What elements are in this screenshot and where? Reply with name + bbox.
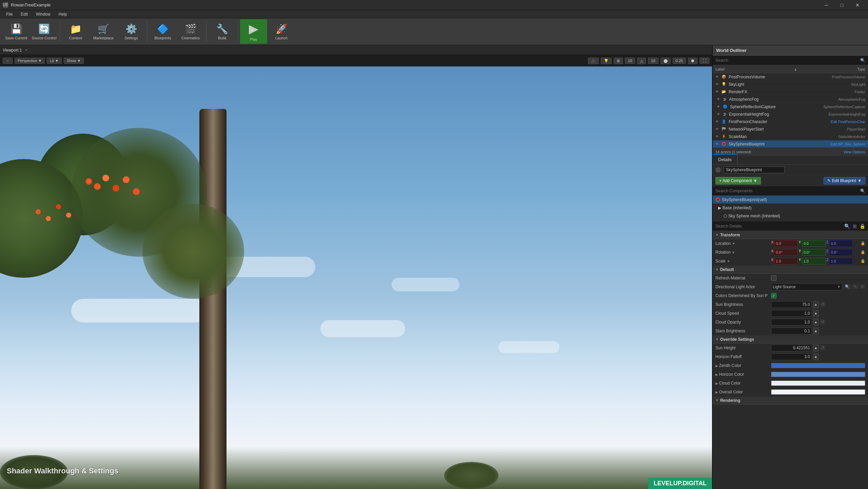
outliner-row-renderfx[interactable]: 👁 📂 RenderFX Folder bbox=[713, 88, 868, 96]
view-options-btn[interactable]: View Options bbox=[843, 150, 865, 154]
stars-brightness-up[interactable]: ▲ bbox=[813, 328, 818, 334]
settings-button[interactable]: ⚙️ Settings bbox=[118, 19, 145, 44]
sun-brightness-reset[interactable]: ↺ bbox=[820, 302, 826, 307]
directional-light-edit-btn[interactable]: ✎ bbox=[852, 284, 858, 289]
visibility-icon[interactable]: 👁 bbox=[715, 142, 719, 146]
location-lock-icon[interactable]: 🔒 bbox=[861, 241, 865, 246]
vp-light-btn[interactable]: 💡 bbox=[601, 58, 612, 64]
scale-x-input[interactable] bbox=[774, 258, 798, 265]
sun-brightness-input[interactable] bbox=[771, 301, 812, 308]
sun-brightness-up[interactable]: ▲ bbox=[813, 301, 818, 308]
horizon-color-bar[interactable] bbox=[771, 372, 865, 377]
zenith-color-bar[interactable] bbox=[771, 363, 865, 368]
grid-view-icon[interactable]: ⊞ bbox=[853, 223, 857, 229]
vp-vr-btn[interactable]: ⬣ bbox=[688, 58, 697, 64]
marketplace-button[interactable]: 🛒 Marketplace bbox=[90, 19, 117, 44]
colors-sun-checkbox[interactable]: ✓ bbox=[771, 293, 776, 298]
vp-num1-btn[interactable]: 10 bbox=[625, 58, 635, 64]
add-component-button[interactable]: + Add Component ▼ bbox=[715, 177, 761, 184]
sun-height-input[interactable] bbox=[771, 345, 812, 351]
sun-height-reset[interactable]: ↺ bbox=[820, 345, 826, 350]
details-tab[interactable]: Details bbox=[713, 154, 737, 164]
cloud-color-bar[interactable] bbox=[771, 380, 865, 386]
components-search-input[interactable] bbox=[715, 189, 860, 193]
visibility-icon[interactable]: 👁 bbox=[715, 90, 719, 94]
overall-color-bar[interactable] bbox=[771, 389, 865, 395]
horizon-falloff-input[interactable] bbox=[771, 353, 812, 360]
visibility-icon[interactable]: 👁 bbox=[715, 127, 719, 131]
menu-edit[interactable]: Edit bbox=[17, 11, 31, 17]
close-button[interactable]: ✕ bbox=[850, 0, 865, 10]
source-control-button[interactable]: 🔄 Source Control bbox=[31, 19, 58, 44]
blueprints-button[interactable]: 🔷 Blueprints bbox=[149, 19, 176, 44]
cloud-opacity-input[interactable] bbox=[771, 319, 812, 326]
save-current-button[interactable]: 💾 Save Current bbox=[3, 19, 30, 44]
scale-y-input[interactable] bbox=[802, 258, 826, 265]
viewport[interactable]: Viewport 1 ▼ ↔ Perspective ▼ Lit ▼ Show … bbox=[0, 45, 712, 489]
horizon-falloff-up[interactable]: ▲ bbox=[813, 353, 818, 360]
rotation-y-input[interactable] bbox=[802, 249, 826, 256]
cloud-speed-input[interactable] bbox=[771, 310, 812, 317]
override-section-header[interactable]: ▼ Override Settings bbox=[713, 335, 868, 344]
rotation-z-input[interactable] bbox=[829, 249, 853, 256]
outliner-row-postprocess[interactable]: 👁 📦 PostProcessVolume PostProcessVolume bbox=[713, 73, 868, 81]
refresh-material-checkbox[interactable] bbox=[771, 275, 776, 281]
rendering-section-header[interactable]: ▼ Rendering bbox=[713, 396, 868, 405]
visibility-icon[interactable]: 👁 bbox=[717, 105, 720, 109]
details-search-input[interactable] bbox=[715, 224, 842, 229]
rotation-x-input[interactable] bbox=[774, 249, 798, 256]
visibility-icon[interactable]: 👁 bbox=[715, 120, 719, 123]
perspective-btn[interactable]: Perspective ▼ bbox=[15, 58, 45, 64]
outliner-row-networkplayer[interactable]: 👁 🏁 NetworkPlayerStart PlayerStart bbox=[713, 125, 868, 133]
location-z-input[interactable] bbox=[829, 240, 853, 247]
vp-transform-btn[interactable]: ↔ bbox=[3, 58, 13, 64]
outliner-row-atmosphericfog[interactable]: 👁 🌫 AtmosphericFog AtmosphericFog bbox=[713, 96, 868, 103]
vp-num2-btn[interactable]: 10 bbox=[648, 58, 658, 64]
component-row-base[interactable]: ▶ Base (Inherited) bbox=[713, 204, 868, 212]
cloud-opacity-up[interactable]: ▲ bbox=[813, 319, 818, 326]
edit-blueprint-button[interactable]: ✎ Edit Blueprint ▼ bbox=[824, 177, 865, 184]
outliner-row-expheightfog[interactable]: 👁 🌫 ExponentialHeightFog ExponentialHeig… bbox=[713, 111, 868, 118]
play-button[interactable]: ▶ Play bbox=[240, 19, 267, 44]
vp-camera-btn[interactable]: 🎥 bbox=[588, 58, 599, 64]
visibility-icon[interactable]: 👁 bbox=[717, 97, 720, 101]
maximize-button[interactable]: □ bbox=[834, 0, 850, 10]
show-btn[interactable]: Show ▼ bbox=[64, 58, 84, 64]
viewport-canvas[interactable]: Shader Walkthrough & Settings LEVELUP.DI… bbox=[0, 66, 712, 489]
visibility-icon[interactable]: 👁 bbox=[717, 112, 720, 116]
directional-light-dropdown[interactable]: Light Source ▼ bbox=[771, 283, 842, 290]
lock-icon[interactable]: 🔒 bbox=[860, 223, 865, 229]
details-search-bar[interactable]: 🔍 ⊞ 🔒 bbox=[713, 221, 868, 231]
scale-z-input[interactable] bbox=[829, 258, 853, 265]
build-button[interactable]: 🔧 Build bbox=[209, 19, 236, 44]
directional-light-search-btn[interactable]: 🔍 bbox=[844, 284, 851, 289]
vp-snap-btn[interactable]: ⬤ bbox=[660, 58, 671, 64]
visibility-icon[interactable]: 👁 bbox=[715, 75, 719, 79]
visibility-icon[interactable]: 👁 bbox=[715, 82, 719, 86]
vp-angle-btn[interactable]: △ bbox=[637, 58, 646, 64]
default-section-header[interactable]: ▼ Default bbox=[713, 266, 868, 274]
visibility-icon[interactable]: 👁 bbox=[715, 135, 719, 138]
sun-height-up[interactable]: ▲ bbox=[813, 345, 818, 351]
components-search-bar[interactable]: 🔍 bbox=[713, 186, 868, 196]
cloud-opacity-reset[interactable]: ↺ bbox=[820, 319, 826, 325]
location-x-input[interactable] bbox=[774, 240, 798, 247]
outliner-row-firstperson[interactable]: 👁 👤 FirstPersonCharacter Edit FirstPerso… bbox=[713, 118, 868, 125]
cinematics-button[interactable]: 🎬 Cinematics bbox=[177, 19, 204, 44]
stars-brightness-input[interactable] bbox=[771, 328, 812, 334]
outliner-search-bar[interactable]: 🔍 bbox=[713, 56, 868, 65]
outliner-search-input[interactable] bbox=[715, 58, 860, 63]
vp-maximize-btn[interactable]: ⛶ bbox=[699, 58, 709, 64]
component-row-self[interactable]: ⭕ SkySphereBlueprint(self) bbox=[713, 196, 868, 204]
location-y-input[interactable] bbox=[802, 240, 826, 247]
outliner-row-skysphere[interactable]: 👁 ⭕ SkySphereBlueprint Edit BP_Sky_Spher… bbox=[713, 140, 868, 148]
vp-num3-btn[interactable]: 0.25 bbox=[673, 58, 686, 64]
directional-light-clear-btn[interactable]: ✕ bbox=[860, 284, 865, 289]
scale-lock-icon[interactable]: 🔒 bbox=[861, 259, 865, 263]
blueprint-name-input[interactable] bbox=[724, 167, 785, 173]
launch-button[interactable]: 🚀 Launch bbox=[268, 19, 295, 44]
vp-grid-btn[interactable]: ⊞ bbox=[614, 58, 623, 64]
transform-section-header[interactable]: ▼ Transform bbox=[713, 231, 868, 239]
cloud-speed-up[interactable]: ▲ bbox=[813, 310, 818, 317]
minimize-button[interactable]: ─ bbox=[818, 0, 834, 10]
